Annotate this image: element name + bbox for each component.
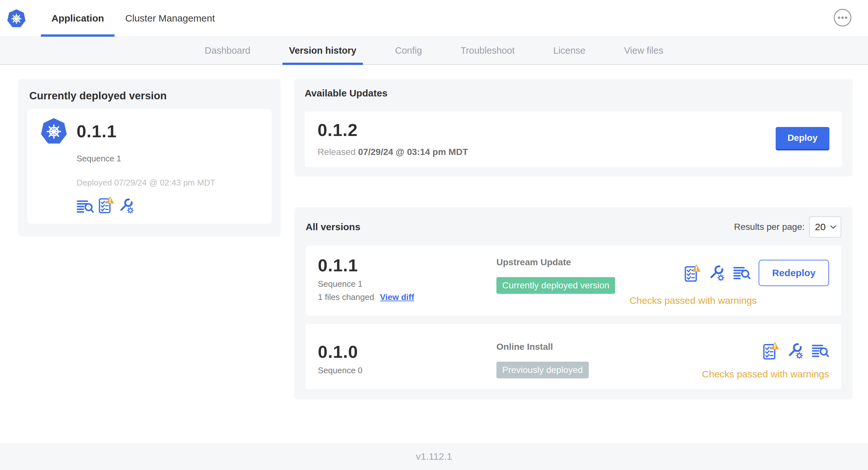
row-version-number: 0.1.0 (318, 342, 496, 362)
config-icon[interactable] (119, 198, 134, 213)
tab-version-history-label: Version history (289, 45, 356, 56)
console-version-text: v1.112.1 (416, 451, 452, 462)
tab-troubleshoot-label: Troubleshoot (461, 45, 515, 56)
version-history-page: Currently deployed version 0.1.1 Sequenc… (0, 65, 868, 443)
files-changed-label: 1 files changed (318, 292, 374, 302)
ellipsis-icon (833, 8, 852, 28)
diff-icon[interactable] (76, 200, 94, 213)
tab-cluster-management-label: Cluster Management (125, 13, 215, 24)
diff-icon[interactable] (733, 266, 751, 280)
tab-license[interactable]: License (547, 37, 592, 64)
deployed-version-actions (76, 196, 259, 213)
version-source-label: Online Install (496, 342, 702, 352)
view-diff-link[interactable]: View diff (380, 292, 414, 302)
diff-icon[interactable] (812, 344, 829, 358)
released-date: 07/29/24 @ 03:14 pm MDT (358, 147, 468, 157)
deployed-sequence-label: Sequence 1 (76, 154, 259, 164)
tab-dashboard[interactable]: Dashboard (198, 37, 257, 64)
preflight-status-text: Checks passed with warnings (630, 295, 757, 306)
tab-config[interactable]: Config (389, 37, 429, 64)
preflight-status-text: Checks passed with warnings (702, 369, 829, 380)
all-versions-card: All versions Results per page: 20 0.1.1 … (294, 207, 852, 400)
released-timestamp: Released 07/29/24 @ 03:14 pm MDT (317, 147, 468, 157)
chevron-down-icon (830, 225, 836, 229)
application-subnav: Dashboard Version history Config Trouble… (0, 37, 868, 65)
version-source-label: Upstream Update (496, 257, 630, 267)
row-actions: Redeploy (684, 260, 829, 286)
preflight-checks-warning-icon[interactable] (763, 342, 779, 360)
row-actions (763, 342, 829, 360)
tab-license-label: License (553, 45, 586, 56)
row-sequence-label: Sequence 0 (318, 366, 496, 375)
brand-logo (7, 0, 26, 37)
preflight-checks-warning-icon[interactable] (98, 196, 115, 213)
deployed-version-number: 0.1.1 (76, 121, 117, 141)
released-label: Released (317, 147, 355, 157)
tab-troubleshoot[interactable]: Troubleshoot (454, 37, 521, 64)
tab-config-label: Config (395, 45, 422, 56)
deployment-status-badge: Previously deployed (496, 362, 589, 378)
kubernetes-logo-icon (7, 9, 26, 28)
version-row: 0.1.1 Sequence 1 1 files changed View di… (306, 246, 841, 316)
preflight-checks-warning-icon[interactable] (684, 264, 701, 282)
update-version-number: 0.1.2 (317, 120, 468, 140)
all-versions-title: All versions (306, 222, 360, 232)
tab-version-history[interactable]: Version history (282, 37, 363, 64)
row-version-number: 0.1.1 (318, 255, 496, 275)
tab-application[interactable]: Application (41, 0, 115, 37)
deployed-timestamp: Deployed 07/29/24 @ 02:43 pm MDT (76, 178, 259, 188)
redeploy-button[interactable]: Redeploy (758, 260, 829, 286)
tab-cluster-management[interactable]: Cluster Management (115, 0, 225, 37)
right-column: Available Updates 0.1.2 Released 07/29/2… (294, 79, 852, 400)
results-per-page-value: 20 (815, 222, 826, 232)
results-per-page-label: Results per page: (734, 222, 805, 232)
deployment-status-badge: Currently deployed version (496, 277, 615, 294)
config-icon[interactable] (709, 265, 725, 281)
available-updates-title: Available Updates (305, 88, 842, 99)
tab-application-label: Application (52, 13, 104, 24)
available-update-row: 0.1.2 Released 07/29/24 @ 03:14 pm MDT D… (305, 111, 842, 167)
row-sequence-label: Sequence 1 (318, 279, 496, 289)
page-footer: v1.112.1 (0, 443, 868, 470)
kubernetes-app-icon (40, 118, 68, 145)
available-updates-card: Available Updates 0.1.2 Released 07/29/2… (294, 79, 852, 176)
currently-deployed-title: Currently deployed version (27, 90, 272, 102)
results-per-page-select[interactable]: 20 (809, 216, 841, 238)
version-row: 0.1.0 Sequence 0 Online Install Previous… (306, 324, 841, 389)
deployed-version-box: 0.1.1 Sequence 1 Deployed 07/29/24 @ 02:… (27, 109, 272, 224)
tab-view-files[interactable]: View files (618, 37, 670, 64)
app-switcher-tabs: Application Cluster Management (41, 0, 225, 37)
tab-dashboard-label: Dashboard (205, 45, 250, 56)
overflow-menu-button[interactable] (833, 8, 852, 28)
config-icon[interactable] (787, 343, 804, 359)
tab-view-files-label: View files (624, 45, 663, 56)
results-per-page-control: Results per page: 20 (734, 216, 841, 238)
top-nav-bar: Application Cluster Management (0, 0, 868, 37)
currently-deployed-card: Currently deployed version 0.1.1 Sequenc… (18, 79, 281, 237)
deploy-button[interactable]: Deploy (776, 127, 829, 150)
